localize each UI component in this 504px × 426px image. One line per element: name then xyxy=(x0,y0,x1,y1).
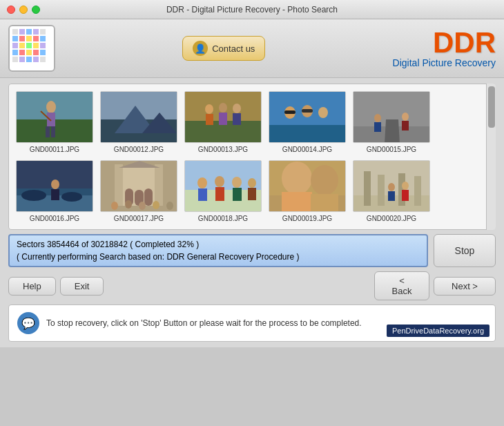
thumbnail-5[interactable] xyxy=(353,91,430,143)
svg-rect-75 xyxy=(144,188,153,206)
svg-rect-5 xyxy=(12,36,18,41)
brand-area: DDR Digital Picture Recovery xyxy=(393,28,496,68)
svg-rect-49 xyxy=(269,125,346,143)
photo-filename-3: GND00013.JPG xyxy=(198,146,248,153)
help-button[interactable]: Help xyxy=(8,277,56,296)
list-item[interactable]: GND00014.JPG xyxy=(269,91,346,153)
svg-rect-4 xyxy=(40,29,46,35)
thumbnail-10[interactable] xyxy=(353,160,430,212)
next-button[interactable]: Next > xyxy=(434,277,496,296)
sectors-text: Sectors 3854464 of 30218842 ( Completed … xyxy=(17,240,420,249)
svg-point-79 xyxy=(139,202,146,210)
svg-rect-12 xyxy=(26,43,32,48)
scrollbar-thumb[interactable] xyxy=(488,86,495,128)
info-message: To stop recovery, click on 'Stop' Button… xyxy=(46,318,362,328)
svg-rect-101 xyxy=(364,171,371,206)
svg-rect-29 xyxy=(47,113,55,126)
svg-point-77 xyxy=(111,202,118,210)
svg-point-91 xyxy=(248,178,256,188)
svg-rect-88 xyxy=(215,187,224,201)
svg-point-66 xyxy=(61,192,82,202)
list-item[interactable]: GND00018.JPG xyxy=(184,160,262,222)
svg-rect-23 xyxy=(33,57,39,62)
svg-point-95 xyxy=(282,162,312,195)
svg-rect-21 xyxy=(19,57,25,62)
thumbnail-6[interactable] xyxy=(16,160,93,212)
svg-point-52 xyxy=(318,107,328,118)
contact-label: Contact us xyxy=(212,43,255,54)
photo-filename-7: GND00017.JPG xyxy=(114,215,164,222)
svg-rect-97 xyxy=(282,192,312,212)
thumbnail-3[interactable] xyxy=(184,91,262,143)
list-item[interactable]: GND00017.JPG xyxy=(100,160,177,222)
photo-filename-9: GND00019.JPG xyxy=(282,215,332,222)
photo-filename-5: GND00015.JPG xyxy=(367,146,416,153)
contact-button[interactable]: 👤 Contact us xyxy=(182,36,265,61)
photo-filename-10: GND00020.JPG xyxy=(367,215,416,222)
svg-point-81 xyxy=(166,202,173,210)
svg-point-80 xyxy=(153,201,159,209)
svg-rect-18 xyxy=(33,50,39,55)
window-title: DDR - Digital Picture Recovery - Photo S… xyxy=(166,5,338,14)
minimize-button[interactable] xyxy=(19,6,28,14)
nav-bar: Help Exit < Back Next > xyxy=(8,271,496,300)
list-item[interactable]: GND00013.JPG xyxy=(184,91,262,153)
svg-point-58 xyxy=(374,114,381,122)
thumbnail-1[interactable] xyxy=(16,91,93,143)
svg-rect-1 xyxy=(19,29,25,35)
list-item[interactable]: GND00020.JPG xyxy=(353,160,430,222)
svg-rect-71 xyxy=(115,164,123,206)
back-button[interactable]: < Back xyxy=(374,271,429,300)
svg-point-67 xyxy=(51,180,59,189)
svg-rect-11 xyxy=(19,43,25,48)
svg-rect-98 xyxy=(311,194,338,212)
stop-button[interactable]: Stop xyxy=(434,234,496,267)
photo-filename-4: GND00014.JPG xyxy=(282,146,332,153)
svg-rect-44 xyxy=(219,113,227,125)
svg-rect-9 xyxy=(40,36,46,41)
svg-rect-68 xyxy=(51,189,59,200)
list-item[interactable]: GND00019.JPG xyxy=(269,160,346,222)
svg-rect-46 xyxy=(233,113,241,125)
close-button[interactable] xyxy=(7,6,15,14)
maximize-button[interactable] xyxy=(32,6,40,14)
photo-grid: GND00011.JPG GND00012.JPG xyxy=(8,84,496,230)
thumbnail-4[interactable] xyxy=(269,91,346,143)
photo-panel-wrapper: GND00011.JPG GND00012.JPG xyxy=(8,84,496,230)
photo-filename-2: GND00012.JPG xyxy=(114,146,164,153)
svg-rect-10 xyxy=(12,43,18,48)
svg-rect-31 xyxy=(51,126,55,137)
photo-row-1: GND00011.JPG GND00012.JPG xyxy=(16,91,488,153)
thumbnail-2[interactable] xyxy=(100,91,177,143)
list-item[interactable]: GND00016.JPG xyxy=(16,160,93,222)
svg-point-89 xyxy=(232,177,242,188)
svg-rect-104 xyxy=(414,176,421,206)
photo-filename-1: GND00011.JPG xyxy=(30,146,79,153)
thumbnail-9[interactable] xyxy=(269,160,346,212)
svg-rect-30 xyxy=(46,126,50,137)
svg-rect-92 xyxy=(248,188,256,200)
svg-rect-53 xyxy=(284,110,295,114)
svg-rect-13 xyxy=(33,43,39,48)
list-item[interactable]: GND00012.JPG xyxy=(100,91,177,153)
svg-rect-7 xyxy=(26,36,32,41)
thumbnail-8[interactable] xyxy=(184,160,262,212)
svg-rect-16 xyxy=(19,50,25,55)
svg-marker-57 xyxy=(385,119,400,143)
svg-rect-19 xyxy=(40,50,46,55)
scrollbar[interactable] xyxy=(486,84,496,230)
thumbnail-7[interactable] xyxy=(100,160,177,212)
progress-area: Sectors 3854464 of 30218842 ( Completed … xyxy=(8,234,496,267)
list-item[interactable]: GND00015.JPG xyxy=(353,91,430,153)
svg-rect-106 xyxy=(388,191,395,201)
watermark: PenDriveDataRecovery.org xyxy=(387,325,490,337)
svg-rect-90 xyxy=(233,188,242,201)
svg-rect-102 xyxy=(378,175,385,206)
photo-filename-6: GND00016.JPG xyxy=(30,215,79,222)
exit-button[interactable]: Exit xyxy=(60,277,104,296)
svg-point-45 xyxy=(233,104,241,113)
photo-filename-8: GND00018.JPG xyxy=(198,215,248,222)
svg-rect-59 xyxy=(374,122,381,132)
svg-rect-24 xyxy=(40,57,46,62)
list-item[interactable]: GND00011.JPG xyxy=(16,91,93,153)
